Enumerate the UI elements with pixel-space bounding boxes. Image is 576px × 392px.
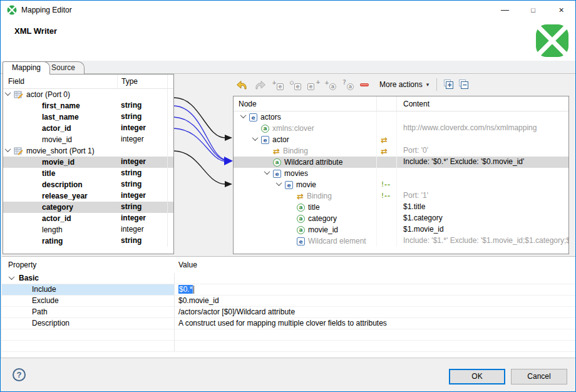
node-row[interactable]: ⇄Binding!--Port: '1' (234, 190, 568, 202)
binding-arrows-icon: ⇄ (381, 147, 388, 155)
minimize-button[interactable]: — (491, 1, 519, 19)
field-row[interactable]: release_yearinteger (3, 190, 173, 202)
type-cell: string (117, 235, 167, 247)
node-row[interactable]: eactors (234, 111, 568, 123)
field-label: description (42, 180, 83, 190)
add-attribute-button[interactable]: +a (323, 78, 338, 91)
node-row[interactable]: axmlns:cloverhttp://www.cloverdx.com/ns/… (234, 123, 568, 134)
chevron-down-icon[interactable] (5, 146, 11, 152)
field-cell: title (3, 168, 117, 179)
node-cell: emovies (234, 168, 376, 179)
field-row[interactable]: actor_idinteger (3, 123, 173, 134)
content-cell: http://www.cloverdx.com/ns/xmlmapping (396, 123, 568, 134)
element-icon: e (285, 181, 293, 189)
node-row[interactable]: atitle$1.title (234, 202, 568, 213)
node-row[interactable]: aWildcard attributeInclude: '$0.*' Exclu… (234, 157, 568, 168)
field-row[interactable]: descriptionstring (3, 179, 173, 190)
field-row[interactable]: last_namestring (3, 111, 173, 123)
node-row[interactable]: emovie!-- (234, 179, 568, 190)
node-label: Binding (283, 146, 308, 157)
ok-button[interactable]: OK (449, 369, 505, 384)
chevron-down-icon[interactable] (5, 90, 11, 96)
redo-button[interactable] (252, 78, 268, 91)
field-row[interactable]: lengthinteger (3, 224, 173, 235)
help-button[interactable]: ? (13, 368, 26, 381)
attribute-icon: a (297, 226, 305, 234)
field-row[interactable]: categorystring (3, 202, 173, 213)
value-cell[interactable]: A construct used for mapping multiple cl… (175, 318, 575, 329)
field-cell: category (3, 202, 117, 213)
node-cell: ⇄Binding (234, 145, 376, 157)
cancel-button[interactable]: Cancel (511, 369, 567, 384)
field-row[interactable]: actor_idinteger (3, 213, 173, 224)
undo-icon (236, 80, 248, 90)
node-row[interactable]: amovie_id$1.movie_id (234, 224, 568, 235)
property-grid-header: Property Value (2, 257, 575, 273)
type-cell (117, 145, 167, 157)
value-cell[interactable]: $0.* (175, 284, 575, 295)
spacer-cell (167, 168, 173, 179)
add-wildcard-attribute-icon: ?a (342, 80, 354, 90)
field-row[interactable]: titlestring (3, 168, 173, 179)
chevron-down-icon[interactable] (9, 274, 15, 280)
maximize-button[interactable]: □ (519, 1, 547, 19)
field-label: movie_id (42, 135, 72, 145)
more-actions-button[interactable]: More actions ▾ (376, 79, 433, 90)
binding-cell (376, 202, 396, 213)
type-cell: string (117, 111, 167, 123)
add-child-element-button[interactable]: +e (270, 78, 285, 91)
node-row[interactable]: eactor⇄ (234, 134, 568, 145)
add-element-button[interactable]: +e (306, 78, 321, 91)
dialog-footer: ? OK Cancel (1, 358, 575, 392)
type-cell: string (117, 202, 167, 213)
field-row[interactable]: actor (Port 0) (3, 89, 173, 100)
property-row[interactable]: Exclude$0.movie_id (2, 296, 575, 307)
omit-null-icon: !-- (381, 181, 390, 188)
content-cell: Port: '0' (396, 145, 568, 157)
remove-button[interactable] (358, 78, 371, 91)
undo-button[interactable] (234, 78, 250, 91)
expand-all-icon: + (446, 81, 453, 89)
mapping-arrow-last-name[interactable] (174, 117, 225, 160)
tab-mapping[interactable]: Mapping (3, 61, 50, 75)
type-cell: integer (117, 123, 167, 134)
node-row[interactable]: ⇄Binding⇄Port: '0' (234, 145, 568, 157)
property-row[interactable]: DescriptionA construct used for mapping … (2, 318, 575, 329)
value-cell[interactable]: $0.movie_id (175, 296, 575, 306)
chevron-down-icon[interactable] (276, 180, 282, 186)
node-row[interactable]: acategory$1.category (234, 213, 568, 224)
attribute-icon: a (297, 215, 305, 223)
value-text: A construct used for mapping multiple cl… (178, 319, 387, 328)
chevron-down-icon[interactable] (252, 135, 259, 141)
add-wildcard-attribute-button[interactable]: ?a (341, 78, 356, 91)
field-label: last_name (42, 112, 79, 123)
field-row[interactable]: movie_idinteger (3, 134, 173, 145)
title-bar[interactable]: Mapping Editor — □ × (1, 1, 575, 19)
node-label: Wildcard attribute (284, 157, 342, 168)
node-cell: eWildcard element (234, 235, 376, 247)
property-row[interactable]: Include$0.* (2, 284, 575, 296)
node-row[interactable]: eWildcard elementInclude: '$1.*' Exclude… (234, 235, 568, 247)
chevron-down-icon[interactable] (264, 168, 270, 175)
node-label: movie_id (308, 225, 338, 235)
chevron-down-icon[interactable] (240, 112, 247, 118)
field-row[interactable]: ratingstring (3, 235, 173, 247)
property-group-row[interactable]: Basic (2, 273, 575, 284)
close-button[interactable]: × (547, 1, 575, 19)
wrap-element-button[interactable]: ○e (288, 78, 303, 91)
property-row (2, 341, 575, 352)
node-row[interactable]: emovies (234, 168, 568, 179)
field-row[interactable]: movie_idinteger (3, 157, 173, 168)
spacer-cell (167, 89, 173, 100)
collapse-all-button[interactable]: − (458, 79, 469, 90)
field-row[interactable]: movie_short (Port 1) (3, 145, 173, 157)
dialog-header: XML Writer (1, 19, 575, 61)
property-cell: Description (2, 318, 175, 329)
type-cell: string (117, 179, 167, 190)
value-cell[interactable]: /actors/actor [$0]/Wildcard attribute (175, 307, 575, 317)
field-row[interactable]: first_namestring (3, 100, 173, 111)
expand-all-button[interactable]: + (443, 79, 454, 90)
property-row[interactable]: Path/actors/actor [$0]/Wildcard attribut… (2, 307, 575, 318)
node-label: xmlns:clover (272, 123, 314, 134)
record-port-icon (14, 91, 23, 99)
